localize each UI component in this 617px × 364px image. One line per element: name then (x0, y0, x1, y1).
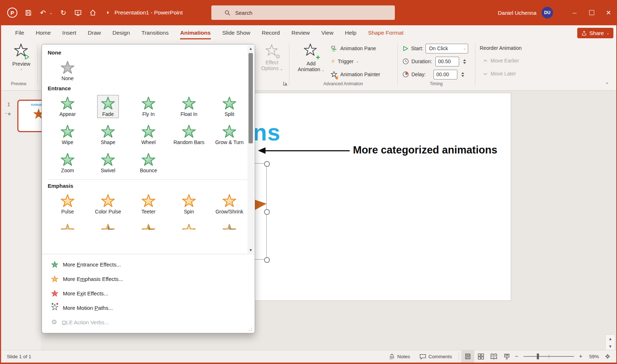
add-animation-button[interactable]: + Add Animation ⌄ (295, 43, 327, 72)
customize-quick-access-icon[interactable]: ▾̄ (104, 9, 112, 17)
tab-design[interactable]: Design (107, 25, 135, 40)
gallery-item-swivel[interactable]: Swivel (88, 149, 128, 177)
trigger-button[interactable]: ⚡ Trigger ⌄ (331, 56, 359, 66)
close-button[interactable]: ✕ (600, 0, 617, 25)
selection-handle-top[interactable] (264, 161, 270, 167)
gallery-scroll-down-icon[interactable]: ▼ (247, 248, 254, 252)
preview-button[interactable]: Preview ⌄ (5, 43, 38, 71)
selection-handle-middle[interactable] (264, 209, 270, 215)
menu-item-more-motion-paths[interactable]: More Motion Paths... (42, 300, 255, 315)
gallery-item-float-in[interactable]: Float In (169, 93, 209, 121)
tab-animations[interactable]: Animations (174, 25, 216, 40)
gallery-item-spin[interactable]: Spin (169, 190, 209, 218)
slideshow-from-beginning-icon[interactable] (74, 9, 82, 17)
tab-home[interactable]: Home (30, 25, 56, 40)
powerpoint-logo-icon[interactable]: P (7, 8, 17, 18)
undo-icon[interactable]: ↶ (39, 9, 47, 17)
gallery-item-label: Grow & Turn (215, 139, 244, 145)
gallery-item-bounce[interactable]: Bounce (128, 149, 169, 177)
redo-icon[interactable]: ↻ (59, 9, 67, 17)
delay-spinner[interactable] (461, 72, 464, 77)
gallery-item-grow-shrink[interactable]: Grow/Shrink (209, 190, 250, 218)
comments-button[interactable]: Comments (415, 350, 457, 363)
gallery-item-wheel[interactable]: Wheel (128, 121, 169, 149)
undo-chevron-icon[interactable]: ⌄ (49, 11, 52, 15)
gallery-scrollbar-thumb[interactable] (249, 53, 253, 143)
collapse-ribbon-icon[interactable]: ⌄ (605, 79, 609, 85)
annotation-text[interactable]: More categorized animations (353, 144, 497, 156)
annotation-arrow[interactable] (265, 150, 350, 151)
gallery-item-pulse[interactable]: Pulse (47, 190, 88, 218)
notes-button[interactable]: Notes (384, 350, 415, 363)
zoom-slider[interactable] (523, 356, 574, 357)
gallery-item-partial[interactable] (128, 220, 169, 230)
menu-item-more-exit-effects[interactable]: More Exit Effects... (42, 286, 255, 300)
tab-help[interactable]: Help (339, 25, 362, 40)
animation-painter-button[interactable]: Animation Painter (331, 69, 380, 79)
search-input[interactable]: Search (211, 5, 395, 20)
tab-slide-show[interactable]: Slide Show (216, 25, 256, 40)
minimize-button[interactable]: ─ (566, 0, 583, 25)
slideshow-view-button[interactable] (500, 350, 513, 363)
start-select[interactable]: On Click ⌄ (426, 44, 468, 53)
zoom-out-button[interactable]: − (513, 353, 519, 360)
share-chevron-icon[interactable]: ⌄ (607, 31, 609, 35)
duration-spinner[interactable] (463, 59, 466, 64)
duration-input[interactable]: 00.50 (435, 57, 459, 66)
gallery-item-split[interactable]: Split (209, 93, 250, 121)
reading-view-button[interactable] (487, 350, 500, 363)
fit-slide-to-window-button[interactable] (601, 350, 614, 363)
tab-record[interactable]: Record (256, 25, 286, 40)
maximize-button[interactable] (583, 0, 600, 25)
animation-dialog-launcher[interactable] (283, 81, 288, 86)
gallery-item-appear[interactable]: Appear (47, 93, 88, 121)
tab-review[interactable]: Review (286, 25, 316, 40)
gallery-item-grow-turn[interactable]: Grow & Turn (209, 121, 250, 149)
tab-insert[interactable]: Insert (56, 25, 82, 40)
gallery-item-partial[interactable] (169, 220, 209, 230)
tab-view[interactable]: View (316, 25, 339, 40)
scroll-up-icon[interactable]: ▲ (608, 337, 612, 341)
canvas-scrollbar[interactable]: ▲ ▼ (605, 334, 615, 350)
start-chevron-icon[interactable]: ⌄ (463, 47, 466, 50)
zoom-in-button[interactable]: + (578, 353, 584, 360)
user-name[interactable]: Daniel Uchenna (498, 10, 536, 16)
gallery-item-teeter[interactable]: Teeter (128, 190, 169, 218)
tab-shape-format[interactable]: Shape Format (362, 25, 409, 40)
gallery-scrollbar[interactable]: ▲ ▼ (247, 45, 254, 254)
delay-input[interactable]: 00.00 (433, 70, 457, 79)
gallery-item-random-bars[interactable]: Random Bars (169, 121, 209, 149)
tab-file[interactable]: File (9, 25, 30, 40)
save-icon[interactable] (24, 9, 32, 17)
delay-label: Delay: (411, 72, 426, 77)
gallery-item-none[interactable]: None (47, 57, 88, 85)
gallery-item-color-pulse[interactable]: Color Pulse (88, 190, 128, 218)
scroll-down-icon[interactable]: ▼ (608, 344, 612, 348)
gallery-item-fade[interactable]: Fade (88, 93, 128, 121)
zoom-percent[interactable]: 59% (584, 354, 601, 359)
selection-handle-bottom[interactable] (264, 257, 270, 263)
gallery-item-shape[interactable]: Shape (88, 121, 128, 149)
gallery-item-zoom[interactable]: Zoom (47, 149, 88, 177)
normal-view-button[interactable] (461, 350, 474, 363)
menu-item-more-emphasis-effects[interactable]: More Emphasis Effects... (42, 272, 255, 286)
menu-item-more-entrance-effects[interactable]: More Entrance Effects... (42, 257, 255, 272)
tab-draw[interactable]: Draw (82, 25, 107, 40)
gallery-resize-grip[interactable] (249, 328, 252, 331)
slide-animation-indicator-icon[interactable]: ⁼★ (5, 111, 12, 117)
zoom-slider-thumb[interactable] (537, 354, 539, 359)
share-button[interactable]: Share ⌄ (577, 28, 613, 38)
avatar[interactable]: DU (542, 7, 553, 18)
gallery-item-wipe[interactable]: Wipe (47, 121, 88, 149)
gallery-scroll-up-icon[interactable]: ▲ (247, 47, 254, 51)
home-icon[interactable] (89, 9, 97, 17)
gallery-item-fly-in[interactable]: Fly In (128, 93, 169, 121)
slide-sorter-view-button[interactable] (474, 350, 487, 363)
gallery-item-partial[interactable] (88, 220, 128, 230)
preview-chevron-icon[interactable]: ⌄ (20, 67, 23, 71)
tab-transitions[interactable]: Transitions (136, 25, 174, 40)
gallery-item-label: Teeter (142, 209, 156, 214)
gallery-item-partial[interactable] (47, 220, 88, 230)
gallery-item-partial[interactable] (209, 220, 250, 230)
animation-pane-button[interactable]: Animation Pane (331, 43, 376, 53)
